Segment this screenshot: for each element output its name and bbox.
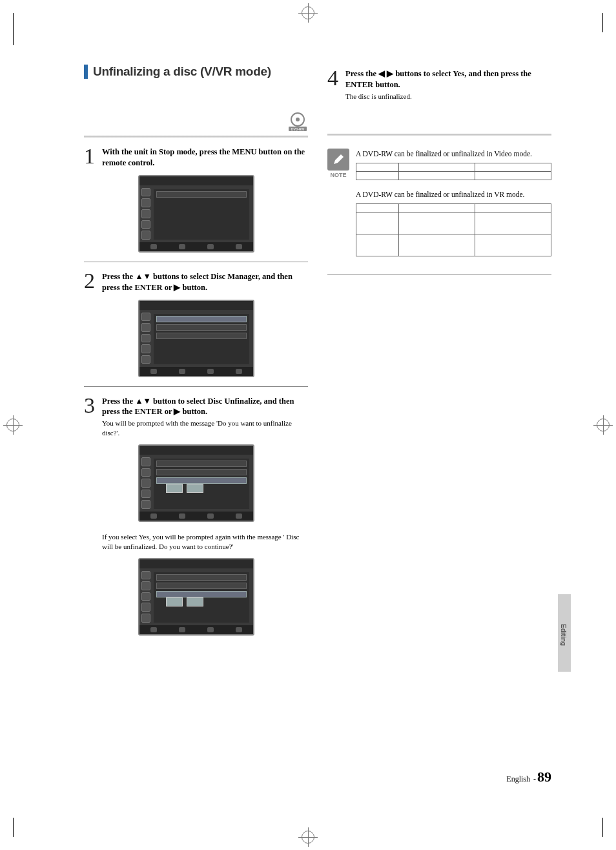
section-heading: Unfinalizing a disc (V/VR mode) (84, 65, 308, 79)
note-label: NOTE (327, 172, 349, 178)
dvd-rw-badge-icon: DVD-RW (287, 111, 308, 132)
footer-dash: - (533, 774, 536, 783)
svg-text:DVD-RW: DVD-RW (291, 127, 305, 131)
svg-point-1 (296, 118, 300, 121)
step-number: 3 (84, 396, 102, 438)
divider (84, 136, 308, 138)
chapter-tab: Editing (558, 594, 571, 672)
note-line-1: A DVD-RW can be finalized or unfinalized… (356, 149, 551, 159)
note-line-2: A DVD-RW can be finalized or unfinalized… (356, 189, 551, 200)
step-4: 4 Press the ◀ ▶ buttons to select Yes, a… (327, 68, 551, 101)
step-1-text: With the unit in Stop mode, press the ME… (102, 147, 305, 167)
tv-screenshot-2 (138, 300, 254, 377)
step-4-subtext: The disc is unfinalized. (345, 92, 551, 101)
footer-language: English (506, 774, 530, 783)
note-block: NOTE A DVD-RW can be finalized or unfina… (327, 149, 551, 265)
step-3b: If you select Yes, you will be prompted … (84, 531, 308, 552)
chapter-tab-label: Editing (560, 624, 567, 646)
step-number: 4 (327, 68, 345, 101)
left-column: Unfinalizing a disc (V/VR mode) DVD-RW 1… (84, 65, 308, 645)
page-number: 89 (537, 769, 551, 785)
step-3b-subtext: If you select Yes, you will be prompted … (102, 532, 308, 552)
note-table-1 (356, 163, 551, 180)
tv-screenshot-1 (138, 175, 254, 253)
step-3-text: Press the ▲▼ button to select Disc Unfin… (102, 397, 294, 417)
step-3: 3 Press the ▲▼ button to select Disc Unf… (84, 396, 308, 438)
step-number: 2 (84, 271, 102, 293)
page-footer: English -89 (506, 769, 551, 785)
tv-screenshot-4 (138, 558, 254, 636)
step-4-text: Press the ◀ ▶ buttons to select Yes, and… (345, 69, 531, 89)
note-table-2 (356, 203, 551, 256)
step-3-subtext: You will be prompted with the message 'D… (102, 419, 308, 438)
right-column: 4 Press the ◀ ▶ buttons to select Yes, a… (327, 65, 551, 645)
tv-screenshot-3 (138, 444, 254, 522)
step-number: 1 (84, 147, 102, 169)
note-pencil-icon (327, 149, 349, 171)
page-content: Unfinalizing a disc (V/VR mode) DVD-RW 1… (84, 65, 551, 785)
step-2-text: Press the ▲▼ buttons to select Disc Mana… (102, 272, 293, 292)
step-1: 1 With the unit in Stop mode, press the … (84, 147, 308, 169)
step-2: 2 Press the ▲▼ buttons to select Disc Ma… (84, 271, 308, 293)
